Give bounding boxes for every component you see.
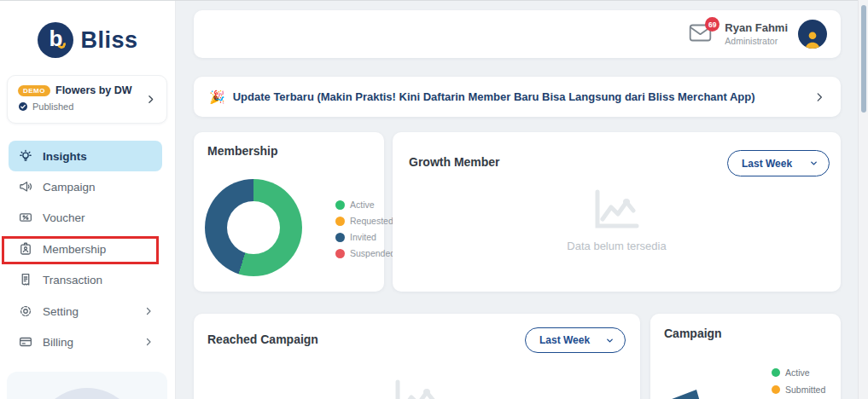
published-check-icon	[18, 101, 28, 112]
growth-filter-dropdown[interactable]: Last Week	[727, 150, 830, 176]
card-title: Growth Member	[409, 155, 500, 169]
sidebar-item-setting[interactable]: Setting	[9, 296, 162, 327]
credit-card-icon	[18, 334, 33, 350]
card-title: Reached Campaign	[207, 332, 318, 346]
legend-item-invited: Invited	[335, 232, 395, 242]
sidebar-item-label: Membership	[43, 243, 106, 256]
donut-hole	[227, 201, 280, 254]
sidebar-item-insights[interactable]: Insights	[9, 141, 162, 171]
notifications-button[interactable]: 69	[689, 23, 714, 45]
empty-chart-icon	[591, 188, 644, 231]
user-avatar[interactable]	[798, 20, 827, 49]
person-icon	[801, 28, 824, 49]
legend-label: Active	[350, 200, 375, 210]
legend-label: Suspended	[350, 248, 395, 258]
filter-value: Last Week	[742, 158, 792, 170]
chevron-down-icon	[809, 159, 818, 168]
sidebar-item-label: Voucher	[43, 211, 85, 224]
sidebar: b Bliss DEMO Flowers by DW Published Ins…	[0, 0, 176, 399]
membership-donut-chart	[205, 179, 302, 276]
legend-label: Requested	[350, 216, 393, 226]
merchant-switcher[interactable]: DEMO Flowers by DW Published	[7, 75, 167, 124]
sidebar-item-label: Setting	[43, 305, 79, 318]
sidebar-item-campaign[interactable]: Campaign	[9, 171, 162, 202]
reached-campaign-card: Reached Campaign Last Week	[194, 314, 640, 399]
growth-member-card: Growth Member Last Week Data belum terse…	[393, 132, 841, 292]
legend-dot-active	[335, 200, 345, 210]
user-role: Administrator	[725, 36, 788, 47]
empty-text: Data belum tersedia	[567, 240, 666, 252]
window-top-border	[0, 0, 868, 1]
promo-illustration	[34, 388, 140, 399]
campaign-card: Campaign Active Submitted	[650, 314, 841, 399]
logo-text: Bliss	[80, 27, 137, 54]
voucher-icon	[18, 210, 33, 225]
scrollbar-track[interactable]	[858, 0, 868, 399]
membership-card: Membership Active Requested Invited Susp…	[194, 132, 384, 292]
chevron-right-icon	[143, 337, 154, 347]
notification-count-badge: 69	[705, 17, 719, 32]
user-name: Ryan Fahmi	[725, 21, 788, 35]
chevron-right-icon	[813, 91, 825, 103]
sidebar-item-membership[interactable]: Membership	[9, 234, 162, 264]
reached-filter-dropdown[interactable]: Last Week	[525, 327, 626, 353]
legend-item-suspended: Suspended	[335, 248, 395, 258]
sidebar-item-label: Transaction	[43, 274, 102, 286]
legend-item-active: Active	[335, 200, 395, 210]
scrollbar-thumb[interactable]	[861, 5, 866, 113]
legend-dot-invited	[335, 233, 345, 242]
chevron-right-icon	[145, 93, 156, 108]
chevron-right-icon	[143, 306, 154, 316]
topbar: 69 Ryan Fahmi Administrator	[194, 10, 841, 58]
sidebar-item-label: Insights	[43, 150, 87, 163]
app-logo[interactable]: b Bliss	[0, 22, 176, 58]
receipt-icon	[18, 272, 33, 287]
filter-value: Last Week	[539, 334, 590, 346]
sidebar-promo-card	[7, 372, 167, 399]
sidebar-item-transaction[interactable]: Transaction	[9, 264, 162, 295]
legend-label: Invited	[350, 232, 376, 242]
banner-text: Update Terbaru (Makin Praktis! Kini Daft…	[233, 90, 806, 103]
party-popper-icon: 🎉	[209, 90, 225, 105]
membership-card-icon	[18, 241, 33, 257]
card-title: Membership	[207, 144, 277, 158]
chevron-down-icon	[605, 336, 615, 345]
merchant-status: Published	[32, 101, 73, 112]
merchant-name: Flowers by DW	[55, 84, 132, 96]
sidebar-item-billing[interactable]: Billing	[9, 327, 162, 357]
demo-badge: DEMO	[18, 85, 50, 96]
bliss-logo-icon: b	[38, 22, 73, 58]
reached-empty-state	[194, 379, 640, 399]
sidebar-item-voucher[interactable]: Voucher	[9, 202, 162, 233]
membership-legend: Active Requested Invited Suspended	[335, 200, 395, 258]
gear-icon	[18, 304, 33, 319]
legend-dot-requested	[335, 217, 345, 226]
sidebar-item-label: Campaign	[43, 181, 96, 194]
growth-empty-state: Data belum tersedia	[393, 188, 841, 252]
update-banner[interactable]: 🎉 Update Terbaru (Makin Praktis! Kini Da…	[194, 77, 841, 117]
empty-chart-icon	[391, 379, 444, 399]
legend-dot-suspended	[335, 249, 345, 258]
legend-item-requested: Requested	[335, 216, 395, 226]
user-info: Ryan Fahmi Administrator	[725, 21, 788, 46]
sidebar-item-label: Billing	[43, 336, 73, 349]
megaphone-icon	[18, 179, 33, 194]
campaign-pie-partial	[650, 314, 841, 399]
lightbulb-icon	[18, 148, 33, 164]
